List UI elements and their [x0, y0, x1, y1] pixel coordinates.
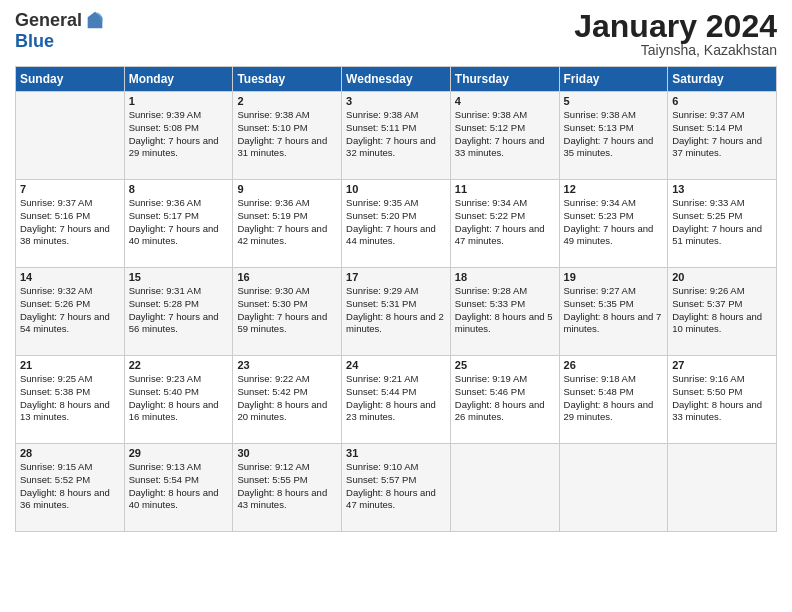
day-number: 3 — [346, 95, 446, 107]
daylight: Daylight: 7 hours and 29 minutes. — [129, 135, 229, 161]
week-row-3: 14 Sunrise: 9:32 AM Sunset: 5:26 PM Dayl… — [16, 268, 777, 356]
day-number: 31 — [346, 447, 446, 459]
cell-3-1: 22 Sunrise: 9:23 AM Sunset: 5:40 PM Dayl… — [124, 356, 233, 444]
day-number: 14 — [20, 271, 120, 283]
cell-1-0: 7 Sunrise: 9:37 AM Sunset: 5:16 PM Dayli… — [16, 180, 125, 268]
cell-info: Sunrise: 9:33 AM Sunset: 5:25 PM Dayligh… — [672, 197, 772, 248]
cell-4-3: 31 Sunrise: 9:10 AM Sunset: 5:57 PM Dayl… — [342, 444, 451, 532]
day-number: 26 — [564, 359, 664, 371]
day-number: 2 — [237, 95, 337, 107]
header-thursday: Thursday — [450, 67, 559, 92]
sunset: Sunset: 5:44 PM — [346, 386, 446, 399]
sunset: Sunset: 5:13 PM — [564, 122, 664, 135]
cell-0-0 — [16, 92, 125, 180]
daylight: Daylight: 8 hours and 43 minutes. — [237, 487, 337, 513]
sunrise: Sunrise: 9:38 AM — [455, 109, 555, 122]
cell-0-2: 2 Sunrise: 9:38 AM Sunset: 5:10 PM Dayli… — [233, 92, 342, 180]
sunset: Sunset: 5:28 PM — [129, 298, 229, 311]
daylight: Daylight: 8 hours and 7 minutes. — [564, 311, 664, 337]
location: Taiynsha, Kazakhstan — [574, 42, 777, 58]
calendar-table: Sunday Monday Tuesday Wednesday Thursday… — [15, 66, 777, 532]
daylight: Daylight: 8 hours and 47 minutes. — [346, 487, 446, 513]
sunrise: Sunrise: 9:29 AM — [346, 285, 446, 298]
daylight: Daylight: 7 hours and 32 minutes. — [346, 135, 446, 161]
cell-0-6: 6 Sunrise: 9:37 AM Sunset: 5:14 PM Dayli… — [668, 92, 777, 180]
day-number: 10 — [346, 183, 446, 195]
sunrise: Sunrise: 9:38 AM — [564, 109, 664, 122]
sunrise: Sunrise: 9:38 AM — [346, 109, 446, 122]
sunset: Sunset: 5:23 PM — [564, 210, 664, 223]
week-row-5: 28 Sunrise: 9:15 AM Sunset: 5:52 PM Dayl… — [16, 444, 777, 532]
cell-3-2: 23 Sunrise: 9:22 AM Sunset: 5:42 PM Dayl… — [233, 356, 342, 444]
cell-info: Sunrise: 9:27 AM Sunset: 5:35 PM Dayligh… — [564, 285, 664, 336]
sunrise: Sunrise: 9:13 AM — [129, 461, 229, 474]
sunrise: Sunrise: 9:21 AM — [346, 373, 446, 386]
cell-0-3: 3 Sunrise: 9:38 AM Sunset: 5:11 PM Dayli… — [342, 92, 451, 180]
daylight: Daylight: 7 hours and 38 minutes. — [20, 223, 120, 249]
header-tuesday: Tuesday — [233, 67, 342, 92]
cell-2-6: 20 Sunrise: 9:26 AM Sunset: 5:37 PM Dayl… — [668, 268, 777, 356]
daylight: Daylight: 8 hours and 36 minutes. — [20, 487, 120, 513]
day-number: 27 — [672, 359, 772, 371]
cell-1-5: 12 Sunrise: 9:34 AM Sunset: 5:23 PM Dayl… — [559, 180, 668, 268]
daylight: Daylight: 7 hours and 33 minutes. — [455, 135, 555, 161]
day-number: 13 — [672, 183, 772, 195]
sunset: Sunset: 5:10 PM — [237, 122, 337, 135]
day-number: 15 — [129, 271, 229, 283]
sunset: Sunset: 5:55 PM — [237, 474, 337, 487]
daylight: Daylight: 7 hours and 37 minutes. — [672, 135, 772, 161]
cell-2-0: 14 Sunrise: 9:32 AM Sunset: 5:26 PM Dayl… — [16, 268, 125, 356]
logo-blue: Blue — [15, 31, 54, 51]
daylight: Daylight: 7 hours and 42 minutes. — [237, 223, 337, 249]
header-row: Sunday Monday Tuesday Wednesday Thursday… — [16, 67, 777, 92]
day-number: 21 — [20, 359, 120, 371]
sunset: Sunset: 5:08 PM — [129, 122, 229, 135]
day-number: 22 — [129, 359, 229, 371]
sunset: Sunset: 5:57 PM — [346, 474, 446, 487]
cell-0-4: 4 Sunrise: 9:38 AM Sunset: 5:12 PM Dayli… — [450, 92, 559, 180]
day-number: 24 — [346, 359, 446, 371]
sunrise: Sunrise: 9:12 AM — [237, 461, 337, 474]
cell-info: Sunrise: 9:38 AM Sunset: 5:10 PM Dayligh… — [237, 109, 337, 160]
header-sunday: Sunday — [16, 67, 125, 92]
sunset: Sunset: 5:37 PM — [672, 298, 772, 311]
daylight: Daylight: 8 hours and 5 minutes. — [455, 311, 555, 337]
header-monday: Monday — [124, 67, 233, 92]
header-saturday: Saturday — [668, 67, 777, 92]
cell-3-3: 24 Sunrise: 9:21 AM Sunset: 5:44 PM Dayl… — [342, 356, 451, 444]
cell-info: Sunrise: 9:34 AM Sunset: 5:22 PM Dayligh… — [455, 197, 555, 248]
day-number: 17 — [346, 271, 446, 283]
cell-0-1: 1 Sunrise: 9:39 AM Sunset: 5:08 PM Dayli… — [124, 92, 233, 180]
cell-info: Sunrise: 9:13 AM Sunset: 5:54 PM Dayligh… — [129, 461, 229, 512]
cell-info: Sunrise: 9:26 AM Sunset: 5:37 PM Dayligh… — [672, 285, 772, 336]
cell-info: Sunrise: 9:39 AM Sunset: 5:08 PM Dayligh… — [129, 109, 229, 160]
sunrise: Sunrise: 9:28 AM — [455, 285, 555, 298]
cell-info: Sunrise: 9:37 AM Sunset: 5:14 PM Dayligh… — [672, 109, 772, 160]
cell-info: Sunrise: 9:38 AM Sunset: 5:13 PM Dayligh… — [564, 109, 664, 160]
sunset: Sunset: 5:19 PM — [237, 210, 337, 223]
day-number: 29 — [129, 447, 229, 459]
daylight: Daylight: 7 hours and 44 minutes. — [346, 223, 446, 249]
sunset: Sunset: 5:50 PM — [672, 386, 772, 399]
daylight: Daylight: 8 hours and 13 minutes. — [20, 399, 120, 425]
week-row-1: 1 Sunrise: 9:39 AM Sunset: 5:08 PM Dayli… — [16, 92, 777, 180]
sunrise: Sunrise: 9:16 AM — [672, 373, 772, 386]
day-number: 7 — [20, 183, 120, 195]
sunset: Sunset: 5:38 PM — [20, 386, 120, 399]
cell-info: Sunrise: 9:35 AM Sunset: 5:20 PM Dayligh… — [346, 197, 446, 248]
sunrise: Sunrise: 9:18 AM — [564, 373, 664, 386]
sunset: Sunset: 5:31 PM — [346, 298, 446, 311]
sunset: Sunset: 5:22 PM — [455, 210, 555, 223]
cell-info: Sunrise: 9:38 AM Sunset: 5:11 PM Dayligh… — [346, 109, 446, 160]
title-block: January 2024 Taiynsha, Kazakhstan — [574, 10, 777, 58]
cell-info: Sunrise: 9:10 AM Sunset: 5:57 PM Dayligh… — [346, 461, 446, 512]
sunset: Sunset: 5:25 PM — [672, 210, 772, 223]
cell-2-3: 17 Sunrise: 9:29 AM Sunset: 5:31 PM Dayl… — [342, 268, 451, 356]
cell-0-5: 5 Sunrise: 9:38 AM Sunset: 5:13 PM Dayli… — [559, 92, 668, 180]
daylight: Daylight: 7 hours and 49 minutes. — [564, 223, 664, 249]
sunset: Sunset: 5:17 PM — [129, 210, 229, 223]
header-friday: Friday — [559, 67, 668, 92]
sunset: Sunset: 5:16 PM — [20, 210, 120, 223]
cell-2-4: 18 Sunrise: 9:28 AM Sunset: 5:33 PM Dayl… — [450, 268, 559, 356]
sunset: Sunset: 5:54 PM — [129, 474, 229, 487]
